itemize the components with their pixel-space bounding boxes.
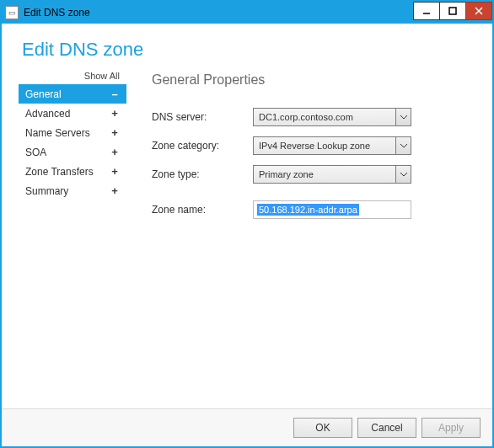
apply-button[interactable]: Apply xyxy=(422,418,481,438)
dns-server-dropdown[interactable]: DC1.corp.contoso.com xyxy=(253,108,411,126)
window-controls xyxy=(414,2,492,24)
dns-server-value: DC1.corp.contoso.com xyxy=(253,108,396,126)
body: Show All General – Advanced + Name Serve… xyxy=(2,69,492,408)
window-title: Edit DNS zone xyxy=(24,7,414,19)
cancel-button[interactable]: Cancel xyxy=(357,418,416,438)
sidebar-item-zone-transfers[interactable]: Zone Transfers + xyxy=(19,162,126,181)
dns-server-label: DNS server: xyxy=(152,111,253,123)
main-panel: General Properties DNS server: DC1.corp.… xyxy=(126,69,482,408)
sidebar-item-summary[interactable]: Summary + xyxy=(19,181,126,200)
window: ▭ Edit DNS zone Edit DNS zone Show All G… xyxy=(2,2,492,446)
sidebar-item-label: Summary xyxy=(25,185,68,197)
chevron-down-icon[interactable] xyxy=(396,108,411,126)
chevron-down-icon[interactable] xyxy=(396,165,411,184)
field-zone-category: Zone category: IPv4 Reverse Lookup zone xyxy=(152,136,474,155)
sidebar-item-label: Name Servers xyxy=(25,127,90,139)
collapse-icon: – xyxy=(110,88,120,100)
sidebar-item-advanced[interactable]: Advanced + xyxy=(19,104,126,123)
maximize-button[interactable] xyxy=(439,2,466,20)
zone-name-input[interactable]: 50.168.192.in-addr.arpa xyxy=(253,200,411,219)
chevron-down-icon[interactable] xyxy=(396,136,411,155)
expand-icon: + xyxy=(110,165,120,178)
sidebar-item-label: Advanced xyxy=(25,108,70,120)
zone-name-value: 50.168.192.in-addr.arpa xyxy=(257,204,359,216)
titlebar[interactable]: ▭ Edit DNS zone xyxy=(2,2,492,24)
expand-icon: + xyxy=(110,107,120,120)
show-all-link[interactable]: Show All xyxy=(19,69,126,84)
sidebar-item-label: SOA xyxy=(25,147,46,158)
sidebar: Show All General – Advanced + Name Serve… xyxy=(19,69,126,408)
sidebar-item-general[interactable]: General – xyxy=(19,84,126,104)
field-zone-name: Zone name: 50.168.192.in-addr.arpa xyxy=(152,200,474,219)
svg-rect-1 xyxy=(449,8,456,14)
ok-button[interactable]: OK xyxy=(293,418,352,438)
zone-type-value: Primary zone xyxy=(253,165,396,184)
sidebar-item-label: Zone Transfers xyxy=(25,166,94,178)
page-title: Edit DNS zone xyxy=(2,24,492,69)
zone-category-dropdown[interactable]: IPv4 Reverse Lookup zone xyxy=(253,136,411,155)
zone-name-label: Zone name: xyxy=(152,204,253,216)
section-heading: General Properties xyxy=(152,72,474,88)
sidebar-item-label: General xyxy=(25,88,62,100)
minimize-button[interactable] xyxy=(413,2,440,20)
zone-category-label: Zone category: xyxy=(152,140,253,152)
field-dns-server: DNS server: DC1.corp.contoso.com xyxy=(152,108,474,126)
footer: OK Cancel Apply xyxy=(2,408,492,446)
sidebar-item-soa[interactable]: SOA + xyxy=(19,142,126,162)
expand-icon: + xyxy=(110,126,120,139)
close-button[interactable] xyxy=(465,2,492,20)
zone-type-dropdown[interactable]: Primary zone xyxy=(253,165,411,184)
app-icon: ▭ xyxy=(5,6,19,19)
field-zone-type: Zone type: Primary zone xyxy=(152,165,474,184)
expand-icon: + xyxy=(110,184,120,197)
zone-category-value: IPv4 Reverse Lookup zone xyxy=(253,136,396,155)
sidebar-item-name-servers[interactable]: Name Servers + xyxy=(19,123,126,142)
content: Edit DNS zone Show All General – Advance… xyxy=(2,24,492,446)
expand-icon: + xyxy=(110,146,120,158)
zone-type-label: Zone type: xyxy=(152,168,253,180)
